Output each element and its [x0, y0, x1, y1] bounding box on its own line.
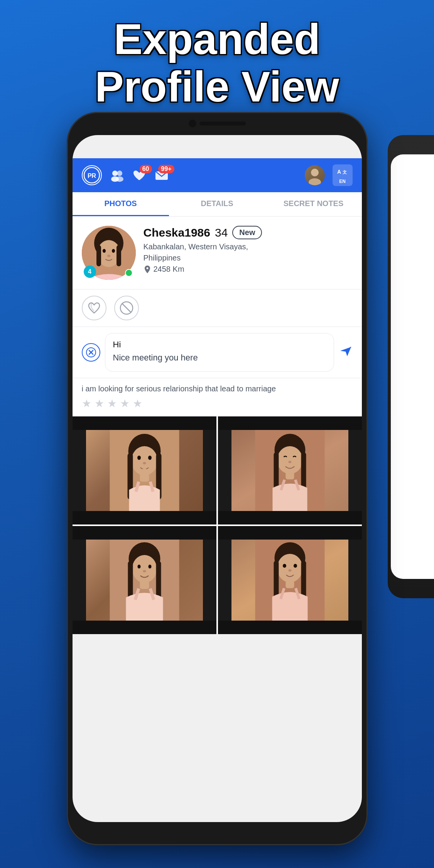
hero-title-line1: Expanded	[15, 15, 419, 63]
svg-line-22	[122, 303, 131, 313]
svg-point-20	[146, 267, 148, 269]
svg-text:A: A	[337, 169, 341, 175]
message-body: Nice meeting you here	[113, 353, 326, 363]
photo-cell-3[interactable]	[73, 526, 216, 634]
svg-point-7	[311, 169, 319, 176]
svg-rect-45	[285, 472, 294, 479]
profile-age: 34	[215, 226, 228, 239]
photo-cell-1[interactable]	[73, 416, 216, 525]
tab-details[interactable]: DETAILS	[169, 192, 265, 216]
distance-value: 2458 Km	[154, 265, 184, 274]
likes-badge: 60	[140, 165, 152, 173]
star-5: ★	[133, 397, 142, 410]
svg-point-53	[137, 565, 140, 569]
app-header: PR 60	[73, 158, 362, 192]
profile-avatar-wrapper: 4	[82, 226, 136, 280]
svg-point-5	[116, 176, 123, 182]
pr-icon[interactable]: PR	[82, 165, 102, 185]
svg-point-16	[103, 249, 106, 253]
svg-text:PR: PR	[87, 173, 96, 179]
svg-point-54	[148, 565, 151, 569]
svg-rect-14	[96, 245, 101, 266]
svg-point-8	[309, 178, 321, 185]
svg-point-61	[277, 554, 302, 582]
svg-point-65	[294, 564, 297, 568]
svg-point-64	[283, 564, 286, 568]
svg-point-50	[132, 555, 157, 583]
message-area: Hi Nice meeting you here	[73, 327, 362, 378]
svg-point-32	[137, 456, 141, 460]
svg-point-34	[143, 462, 146, 464]
bio-text: i am looking for serious relarionship th…	[82, 384, 353, 393]
lang-label: EN	[336, 179, 349, 184]
tab-photos[interactable]: PHOTOS	[73, 192, 169, 216]
photo-cell-4[interactable]	[218, 526, 362, 634]
location-pin-icon	[144, 265, 151, 274]
phone-shell: PR 60	[67, 112, 368, 845]
close-message-button[interactable]	[82, 343, 100, 362]
tab-secret-notes[interactable]: SECRET NOTES	[265, 192, 362, 216]
svg-point-33	[148, 456, 152, 460]
svg-point-2	[112, 171, 118, 176]
svg-point-38	[140, 469, 148, 475]
profile-name: Cheska1986	[144, 226, 210, 239]
hero-title-line2: Profile View	[15, 63, 419, 110]
translate-button[interactable]: A 文 EN	[333, 164, 353, 186]
profile-name-row: Cheska1986 34 New	[144, 226, 353, 239]
mail-badge: 99+	[158, 165, 174, 173]
speaker-bar	[199, 122, 246, 125]
svg-point-44	[288, 461, 291, 463]
camera-dot	[189, 120, 196, 127]
svg-point-17	[112, 249, 115, 253]
svg-point-3	[117, 171, 122, 176]
new-badge: New	[232, 226, 262, 239]
message-greeting: Hi	[113, 340, 326, 350]
likes-nav-icon[interactable]: 60	[132, 169, 147, 182]
profile-distance: 2458 Km	[144, 265, 353, 274]
rating-stars: ★ ★ ★ ★ ★	[82, 397, 353, 410]
like-button[interactable]	[82, 296, 106, 320]
star-2: ★	[95, 397, 104, 410]
svg-rect-56	[140, 580, 149, 589]
svg-rect-15	[117, 245, 121, 266]
profile-info: Cheska1986 34 New Kabankalan, Western Vi…	[144, 226, 353, 274]
phone-peek-decoration	[388, 135, 434, 598]
mail-nav-icon[interactable]: 99+	[154, 169, 169, 182]
people-nav-icon[interactable]	[110, 169, 124, 182]
svg-rect-67	[285, 580, 294, 588]
star-1: ★	[82, 397, 91, 410]
profile-section: 4 Cheska1986 34 New Kabankalan, Western …	[73, 217, 362, 289]
photo-count-badge: 4	[84, 266, 96, 278]
star-4: ★	[120, 397, 130, 410]
action-buttons	[73, 289, 362, 327]
star-3: ★	[107, 397, 117, 410]
phone-peek-screen	[391, 154, 434, 579]
user-avatar[interactable]	[305, 165, 325, 185]
svg-point-41	[277, 446, 302, 474]
phone-top-bar	[67, 112, 368, 135]
message-bubble[interactable]: Hi Nice meeting you here	[105, 333, 334, 372]
hero-title: Expanded Profile View	[0, 15, 434, 110]
photo-grid	[73, 416, 362, 634]
online-indicator	[125, 269, 133, 277]
bio-section: i am looking for serious relarionship th…	[73, 378, 362, 416]
pr-icon-svg: PR	[83, 167, 100, 184]
profile-country: Philippines	[144, 254, 353, 262]
phone-screen: PR 60	[73, 135, 362, 822]
svg-point-66	[288, 569, 291, 572]
tab-bar: PHOTOS DETAILS SECRET NOTES	[73, 192, 362, 217]
svg-text:文: 文	[343, 170, 347, 174]
svg-point-55	[143, 570, 146, 572]
block-button[interactable]	[114, 296, 139, 320]
profile-location: Kabankalan, Western Visayas,	[144, 242, 353, 251]
send-button[interactable]	[339, 344, 353, 361]
svg-point-18	[107, 255, 110, 257]
photo-cell-2[interactable]	[218, 416, 362, 525]
